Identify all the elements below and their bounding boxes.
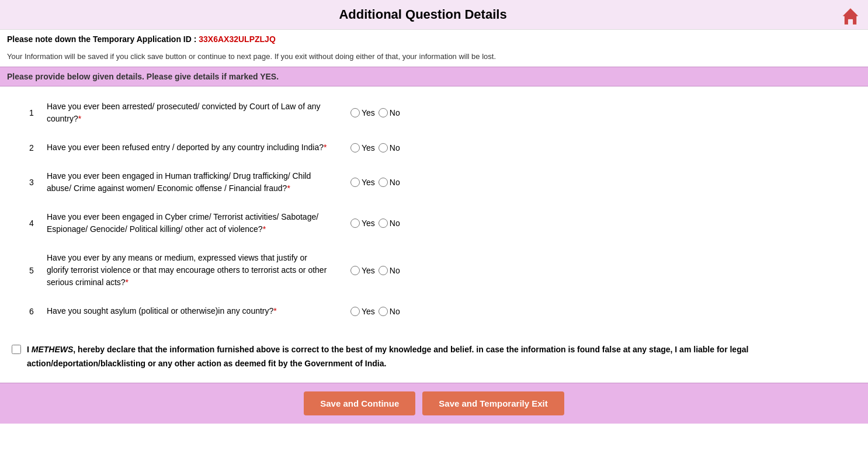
declaration-checkbox[interactable]	[12, 345, 21, 354]
radio-yes-6[interactable]: Yes	[350, 307, 375, 316]
radio-yes-2[interactable]: Yes	[350, 143, 375, 152]
question-number-6: 6	[12, 307, 47, 316]
radio-yes-label-2: Yes	[362, 143, 375, 152]
radio-input-yes-3[interactable]	[350, 178, 360, 187]
radio-no-label-5: No	[390, 266, 400, 275]
question-row-2: 2 Have you ever been refused entry / dep…	[12, 133, 856, 162]
radio-input-no-1[interactable]	[379, 108, 388, 117]
required-mark-6: *	[273, 306, 276, 315]
required-mark-2: *	[324, 143, 327, 152]
declaration-body: , hereby declare that the information fu…	[27, 345, 748, 368]
radio-no-6[interactable]: No	[379, 307, 400, 316]
question-row-6: 6 Have you sought asylum (political or o…	[12, 297, 856, 325]
radio-yes-label-5: Yes	[362, 266, 375, 275]
header: Additional Question Details	[0, 0, 868, 30]
home-icon[interactable]	[840, 6, 861, 27]
radio-no-label-3: No	[390, 178, 400, 187]
question-text-1: Have you ever been arrested/ prosecuted/…	[47, 100, 327, 125]
radio-yes-1[interactable]: Yes	[350, 108, 375, 117]
question-text-2: Have you ever been refused entry / depor…	[47, 141, 327, 154]
question-number-3: 3	[12, 178, 47, 187]
question-text-6: Have you sought asylum (political or oth…	[47, 305, 327, 317]
notice-bar: Please provide below given details. Plea…	[0, 67, 868, 86]
question-row-3: 3 Have you ever been engaged in Human tr…	[12, 162, 856, 203]
radio-input-no-5[interactable]	[379, 266, 388, 275]
radio-input-yes-5[interactable]	[350, 266, 360, 275]
declaration-text: I METHEWS, hereby declare that the infor…	[12, 343, 856, 371]
radio-input-yes-2[interactable]	[350, 143, 360, 152]
question-row-5: 5 Have you ever by any means or medium, …	[12, 244, 856, 297]
radio-input-no-4[interactable]	[379, 219, 388, 228]
app-id-value: 33X6AX32ULPZLJQ	[199, 34, 276, 44]
radio-input-no-2[interactable]	[379, 143, 388, 152]
question-number-1: 1	[12, 108, 47, 117]
radio-no-label-1: No	[390, 108, 400, 117]
page-title: Additional Question Details	[7, 7, 839, 22]
questions-section: 1 Have you ever been arrested/ prosecute…	[0, 86, 868, 331]
radio-input-yes-4[interactable]	[350, 219, 360, 228]
question-text-5: Have you ever by any means or medium, ex…	[47, 252, 327, 289]
question-row-4: 4 Have you ever been engaged in Cyber cr…	[12, 203, 856, 244]
save-continue-button[interactable]: Save and Continue	[304, 391, 415, 415]
radio-yes-label-4: Yes	[362, 219, 375, 228]
question-text-4: Have you ever been engaged in Cyber crim…	[47, 211, 327, 235]
page-wrapper: Additional Question Details Please note …	[0, 0, 868, 475]
radio-group-1: Yes No	[350, 108, 426, 117]
declaration-section: I METHEWS, hereby declare that the infor…	[0, 331, 868, 383]
footer-bar: Save and Continue Save and Temporarily E…	[0, 383, 868, 424]
radio-no-4[interactable]: No	[379, 219, 400, 228]
declaration-name: METHEWS	[32, 345, 74, 354]
required-mark-4: *	[263, 224, 266, 234]
question-number-4: 4	[12, 219, 47, 228]
radio-yes-4[interactable]: Yes	[350, 219, 375, 228]
app-id-bar: Please note down the Temporary Applicati…	[0, 30, 868, 48]
radio-group-4: Yes No	[350, 219, 426, 228]
app-id-label: Please note down the Temporary Applicati…	[7, 34, 196, 44]
required-mark-1: *	[78, 114, 81, 123]
radio-input-no-3[interactable]	[379, 178, 388, 187]
radio-yes-label-3: Yes	[362, 178, 375, 187]
radio-yes-3[interactable]: Yes	[350, 178, 375, 187]
info-text: Your Information will be saved if you cl…	[0, 48, 868, 67]
radio-no-label-4: No	[390, 219, 400, 228]
radio-no-label-2: No	[390, 143, 400, 152]
radio-input-yes-6[interactable]	[350, 307, 360, 316]
question-number-5: 5	[12, 266, 47, 275]
question-row-1: 1 Have you ever been arrested/ prosecute…	[12, 92, 856, 133]
radio-input-yes-1[interactable]	[350, 108, 360, 117]
radio-no-label-6: No	[390, 307, 400, 316]
radio-group-3: Yes No	[350, 178, 426, 187]
radio-group-6: Yes No	[350, 307, 426, 316]
required-mark-5: *	[126, 278, 129, 287]
radio-no-2[interactable]: No	[379, 143, 400, 152]
required-mark-3: *	[287, 183, 290, 193]
question-text-3: Have you ever been engaged in Human traf…	[47, 170, 327, 195]
radio-no-5[interactable]: No	[379, 266, 400, 275]
radio-group-5: Yes No	[350, 266, 426, 275]
svg-marker-0	[842, 8, 859, 25]
radio-yes-5[interactable]: Yes	[350, 266, 375, 275]
radio-input-no-6[interactable]	[379, 307, 388, 316]
radio-yes-label-6: Yes	[362, 307, 375, 316]
question-number-2: 2	[12, 143, 47, 152]
radio-yes-label-1: Yes	[362, 108, 375, 117]
radio-group-2: Yes No	[350, 143, 426, 152]
radio-no-1[interactable]: No	[379, 108, 400, 117]
declaration-content: I METHEWS, hereby declare that the infor…	[27, 343, 856, 371]
save-exit-button[interactable]: Save and Temporarily Exit	[422, 391, 564, 415]
radio-no-3[interactable]: No	[379, 178, 400, 187]
